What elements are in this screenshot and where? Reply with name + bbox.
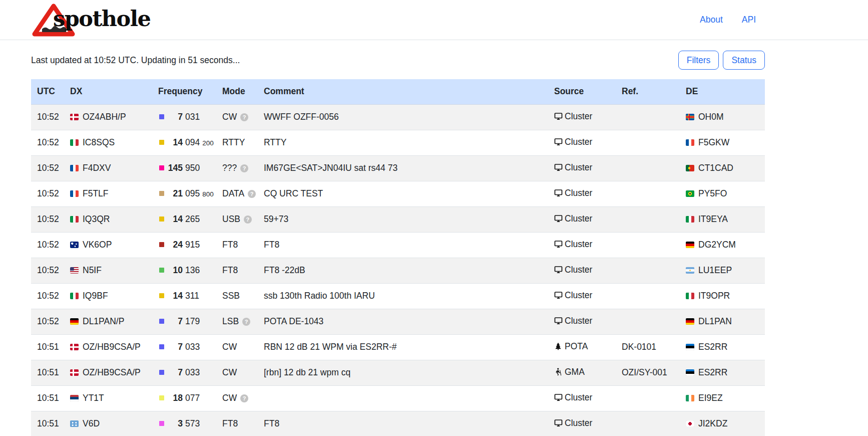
mode-label: USB (222, 214, 240, 224)
source-label: Cluster (565, 290, 592, 300)
band-color-icon (159, 140, 164, 145)
source-label: GMA (565, 367, 585, 377)
dx-callsign: VK6OP (83, 240, 112, 250)
last-updated-text: Last updated at 10:52 UTC. Updating in 5… (31, 55, 240, 66)
de-callsign: IT9EYA (698, 214, 728, 224)
monitor-icon (554, 189, 565, 199)
band-color-icon (159, 344, 164, 349)
spot-time: 10:51 (31, 385, 64, 411)
spot-row: 10:52 VK6OP 24915 FT8 FT8 Cluster DG2YCM (31, 232, 765, 258)
flag-pt-icon (686, 165, 694, 171)
main-nav: About API (700, 15, 765, 25)
tree-icon (554, 342, 565, 353)
spot-ref (616, 130, 680, 155)
dx-callsign: DL1PAN/P (83, 316, 124, 326)
mode-label: CW (222, 393, 237, 403)
dx-callsign: OZ/HB9CSA/P (83, 342, 141, 352)
frequency-khz: 033 (185, 367, 200, 377)
flag-ar-icon (686, 267, 694, 274)
status-bar: Last updated at 10:52 UTC. Updating in 5… (31, 50, 765, 70)
flag-rs-icon (70, 395, 79, 401)
spot-row: 10:52 OZ4ABH/P 7031 CW? WWFF OZFF-0056 C… (31, 104, 765, 130)
spot-comment: 59+73 (258, 206, 548, 232)
spot-time: 10:51 (31, 360, 64, 385)
flag-dk-icon (70, 369, 79, 376)
source-label: Cluster (565, 418, 592, 428)
hiker-icon (554, 368, 565, 378)
flag-fr-icon (686, 139, 694, 146)
monitor-icon (554, 317, 565, 327)
mode-help-icon[interactable]: ? (240, 113, 248, 121)
band-color-icon (159, 242, 164, 247)
flag-it-icon (70, 139, 79, 146)
frequency-khz: 265 (185, 214, 200, 224)
spot-comment: RTTY (258, 130, 548, 155)
frequency-mhz: 14 (164, 137, 183, 148)
band-color-icon (159, 216, 164, 222)
col-header-ref: Ref. (616, 79, 680, 104)
mode-help-icon[interactable]: ? (240, 394, 248, 402)
mode-label: CW (222, 367, 237, 377)
frequency-khz: 033 (185, 342, 200, 352)
flag-dk-icon (70, 114, 79, 120)
dx-callsign: F4DXV (83, 163, 111, 173)
dx-callsign: IQ3QR (83, 214, 110, 224)
flag-ee-icon (686, 344, 694, 350)
frequency-mhz: 18 (164, 393, 183, 403)
frequency-khz: 573 (185, 418, 200, 428)
flag-dk-icon (70, 344, 79, 350)
status-button[interactable]: Status (723, 51, 765, 70)
dx-callsign: F5TLF (83, 188, 109, 198)
flag-fm-icon (70, 420, 79, 427)
flag-ie-icon (686, 395, 694, 401)
frequency-khz: 311 (185, 291, 199, 301)
band-color-icon (159, 268, 164, 273)
frequency-khz: 077 (185, 393, 200, 403)
flag-au-icon (70, 242, 79, 248)
band-color-icon (159, 191, 164, 196)
frequency-mhz: 3 (164, 418, 183, 429)
band-color-icon (159, 114, 164, 119)
mode-help-icon[interactable]: ? (240, 164, 248, 172)
spot-row: 10:51 OZ/HB9CSA/P 7033 CW [rbn] 12 db 21… (31, 360, 765, 385)
spot-ref (616, 309, 680, 334)
dx-callsign: IQ9BF (83, 291, 108, 301)
band-color-icon (159, 395, 164, 400)
monitor-icon (554, 163, 565, 174)
monitor-icon (554, 214, 565, 225)
flag-ax-icon (686, 114, 694, 120)
source-label: Cluster (565, 265, 592, 275)
spot-row: 10:52 IQ3QR 14265 USB? 59+73 Cluster IT9… (31, 206, 765, 232)
frequency-mhz: 7 (164, 342, 183, 352)
mode-label: FT8 (222, 418, 238, 428)
frequency-mhz: 7 (164, 316, 183, 327)
spot-row: 10:52 IC8SQS 14094200 RTTY RTTY Cluster … (31, 130, 765, 155)
mode-help-icon[interactable]: ? (248, 190, 256, 198)
de-callsign: ES2RR (698, 367, 727, 377)
source-label: Cluster (565, 162, 592, 172)
nav-about-link[interactable]: About (700, 15, 723, 25)
flag-jp-icon (686, 420, 694, 427)
spot-time: 10:52 (31, 232, 64, 258)
spot-ref (616, 411, 680, 436)
band-color-icon (159, 165, 164, 170)
spot-row: 10:52 DL1PAN/P 7179 LSB? POTA DE-1043 Cl… (31, 309, 765, 334)
source-label: Cluster (565, 392, 592, 402)
spot-time: 10:52 (31, 206, 64, 232)
source-label: Cluster (565, 137, 592, 147)
logo[interactable]: spothole (31, 0, 150, 40)
mode-help-icon[interactable]: ? (242, 318, 250, 326)
dx-callsign: N5IF (83, 265, 102, 275)
frequency-khz: 136 (185, 265, 200, 275)
brand-title: spothole (53, 6, 150, 31)
spot-comment: ssb 130th Radio 100th IARU (258, 283, 548, 309)
filters-button[interactable]: Filters (678, 51, 719, 70)
spot-time: 10:52 (31, 309, 64, 334)
nav-api-link[interactable]: API (742, 15, 756, 25)
main-content: Last updated at 10:52 UTC. Updating in 5… (31, 40, 765, 436)
col-header-frequency: Frequency (152, 79, 216, 104)
mode-label: CW (222, 112, 237, 122)
band-color-icon (159, 421, 164, 426)
flag-it-icon (70, 293, 79, 299)
mode-help-icon[interactable]: ? (244, 215, 252, 224)
